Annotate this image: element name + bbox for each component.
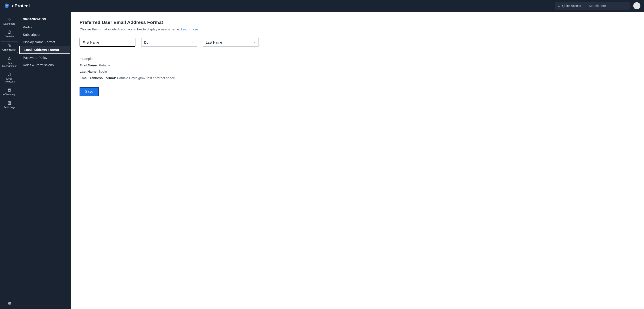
learn-more-link[interactable]: Learn more — [181, 27, 198, 31]
last-part-select[interactable]: Last Name — [203, 38, 259, 47]
rail-item-user-management[interactable]: User Management — [1, 56, 18, 69]
rail-item-email-protection[interactable]: Email Protection — [1, 71, 18, 85]
brand-logo-icon — [4, 3, 10, 9]
example-last-value: Boyle — [98, 70, 107, 73]
collapse-sidebar-button[interactable] — [0, 301, 19, 306]
svg-rect-14 — [8, 89, 10, 91]
chevron-down-icon — [192, 41, 194, 44]
example-format-value: Patricia.Boyle@mx-test.eprotect.space — [117, 76, 175, 80]
subnav-item-email-address-format[interactable]: Email Address Format — [19, 46, 70, 54]
avatar[interactable] — [633, 2, 640, 10]
subnav: Organization Profile Subscription Displa… — [19, 12, 70, 309]
main-content: Preferred User Email Address Format Choo… — [70, 12, 644, 309]
svg-point-13 — [9, 58, 10, 59]
header: eProtect Quick Access — [0, 0, 644, 12]
save-button[interactable]: Save — [80, 87, 99, 96]
example-first-label: First Name: — [80, 63, 98, 67]
chevron-down-icon — [130, 41, 132, 44]
first-part-select[interactable]: First Name — [80, 38, 136, 47]
svg-rect-0 — [6, 5, 8, 6]
rail-item-ediscovery[interactable]: eDiscovery — [1, 87, 18, 97]
svg-point-1 — [558, 5, 560, 7]
svg-rect-4 — [10, 18, 11, 19]
page-title: Preferred User Email Address Format — [80, 20, 635, 25]
subnav-item-subscription[interactable]: Subscription — [19, 31, 70, 38]
subnav-item-roles-permissions[interactable]: Roles & Permissions — [19, 61, 70, 69]
archive-icon — [7, 88, 12, 92]
collapse-icon — [7, 301, 12, 306]
page-description: Choose the format in which you would lik… — [80, 27, 635, 31]
rail-item-dashboard[interactable]: Dashboard — [1, 16, 18, 27]
rail-item-domains[interactable]: Domains — [1, 29, 18, 39]
rail-item-audit-logs[interactable]: Audit Logs — [1, 100, 18, 110]
svg-rect-6 — [10, 20, 11, 21]
log-icon — [7, 101, 12, 105]
example-first-value: Patricia — [99, 63, 110, 67]
chevron-down-icon — [582, 5, 584, 7]
svg-rect-10 — [10, 45, 11, 47]
building-icon — [7, 43, 12, 47]
separator-select[interactable]: Dot — [141, 38, 197, 47]
svg-line-2 — [560, 7, 560, 7]
example-last-label: Last Name: — [80, 70, 98, 73]
example-block: Example: First Name: Patricia Last Name:… — [80, 56, 635, 81]
svg-rect-3 — [8, 18, 9, 19]
brand-name: eProtect — [12, 3, 30, 9]
globe-icon — [7, 30, 12, 34]
search-bar: Quick Access — [555, 2, 630, 10]
shield-icon — [7, 73, 12, 77]
subnav-item-display-name-format[interactable]: Display Name Format — [19, 38, 70, 46]
subnav-item-profile[interactable]: Profile — [19, 24, 70, 31]
dashboard-icon — [7, 18, 12, 22]
subnav-title: Organization — [19, 16, 70, 24]
rail-item-organization[interactable]: Organization — [1, 42, 18, 53]
example-format-label: Email Address Format: — [80, 76, 116, 80]
search-input[interactable] — [589, 4, 628, 8]
search-icon — [558, 4, 561, 8]
chevron-down-icon — [253, 41, 256, 44]
quick-access-dropdown[interactable]: Quick Access — [558, 4, 587, 8]
svg-rect-5 — [8, 20, 9, 21]
icon-rail: Dashboard Domains Organization User Mana… — [0, 12, 19, 309]
person-icon — [7, 57, 12, 61]
example-heading: Example: — [80, 56, 635, 62]
subnav-item-password-policy[interactable]: Password Policy — [19, 54, 70, 61]
